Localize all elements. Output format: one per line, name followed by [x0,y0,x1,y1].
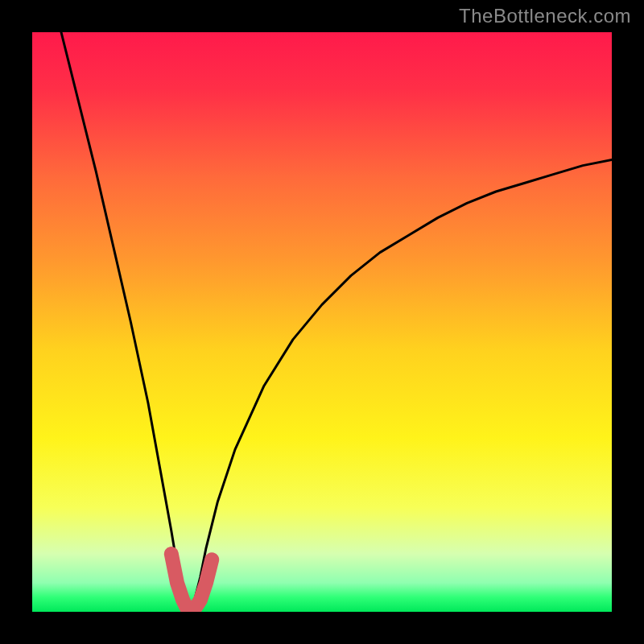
chart-frame: TheBottleneck.com [0,0,644,644]
plot-area [32,32,612,612]
watermark-text: TheBottleneck.com [459,5,631,27]
gradient-background [32,32,612,612]
chart-svg [32,32,612,612]
